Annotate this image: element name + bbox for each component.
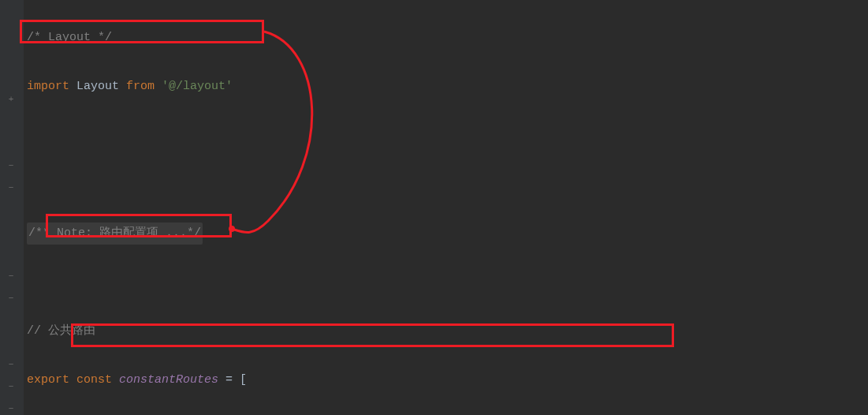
code-area[interactable]: /* Layout */ import Layout from '@/layou… bbox=[24, 0, 868, 415]
folded-comment[interactable]: /** Note: 路由配置项 ...*/ bbox=[27, 222, 203, 245]
const-name: constantRoutes bbox=[119, 373, 218, 387]
code-line[interactable]: import Layout from '@/layout' bbox=[24, 76, 868, 98]
comment-text: // 公共路由 bbox=[27, 324, 95, 338]
comment-text: /* Layout */ bbox=[27, 31, 112, 44]
code-line[interactable]: /** Note: 路由配置项 ...*/ bbox=[24, 222, 868, 245]
punctuation: = [ bbox=[218, 373, 247, 387]
fold-expand-icon[interactable]: + bbox=[6, 94, 17, 105]
identifier-layout: Layout bbox=[76, 80, 119, 93]
code-line[interactable] bbox=[24, 174, 868, 196]
keyword-from: from bbox=[126, 80, 155, 93]
keyword-const: const bbox=[76, 373, 112, 387]
fold-collapse-icon[interactable]: − bbox=[6, 381, 17, 392]
code-line[interactable]: // 公共路由 bbox=[24, 320, 868, 342]
fold-collapse-icon[interactable]: − bbox=[6, 359, 17, 370]
keyword-import: import bbox=[27, 80, 69, 93]
string-literal: '@/layout' bbox=[162, 80, 233, 93]
fold-collapse-icon[interactable]: − bbox=[6, 293, 17, 304]
code-line[interactable] bbox=[24, 271, 868, 293]
fold-collapse-icon[interactable]: − bbox=[6, 182, 17, 193]
fold-collapse-icon[interactable]: − bbox=[6, 271, 17, 282]
fold-collapse-icon[interactable]: − bbox=[6, 403, 17, 414]
gutter: + − − − − − − − bbox=[0, 0, 24, 415]
code-editor[interactable]: + − − − − − − − /* Layout */ import Layo… bbox=[0, 0, 868, 415]
keyword-export: export bbox=[27, 373, 69, 387]
code-line[interactable]: export const constantRoutes = [ bbox=[24, 369, 868, 391]
fold-collapse-icon[interactable]: − bbox=[6, 160, 17, 171]
code-line[interactable] bbox=[24, 125, 868, 147]
code-line[interactable]: /* Layout */ bbox=[24, 27, 868, 49]
